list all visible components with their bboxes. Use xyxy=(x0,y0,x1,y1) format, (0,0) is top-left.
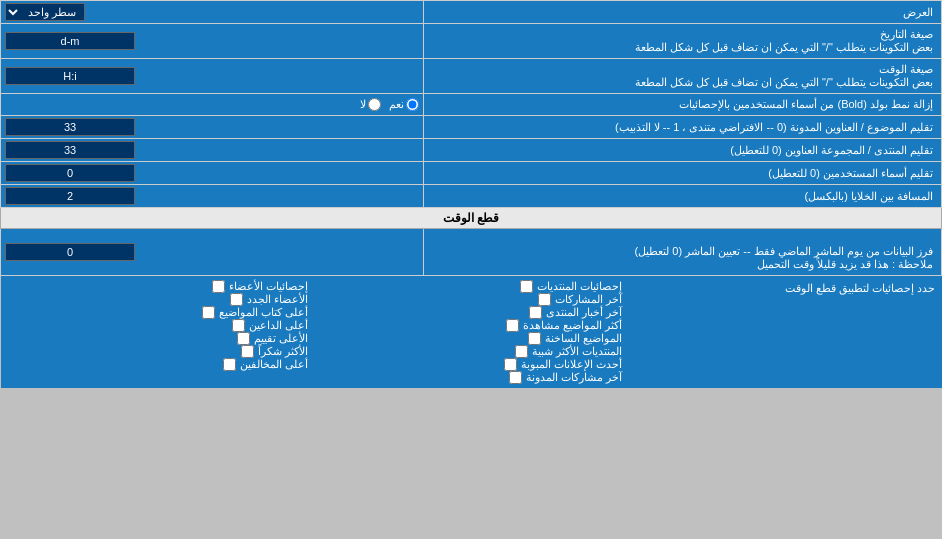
cb-most-viewed[interactable] xyxy=(506,319,519,332)
select-display[interactable]: سطر واحدسطرينثلاثة أسطر xyxy=(5,3,85,21)
cb-forum-stats-item[interactable]: إحصائيات المنتديات xyxy=(320,280,622,293)
label-trim-forum: تقليم المنتدى / المجموعة العناوين (0 للت… xyxy=(424,139,942,162)
label-trim-topic: تقليم الموضوع / العناوين المدونة (0 -- ا… xyxy=(424,116,942,139)
cb-most-thanked-item[interactable]: الأكثر شكراً xyxy=(6,345,308,358)
cb-top-inviters-item[interactable]: أعلى الداعين xyxy=(6,319,308,332)
cb-top-writers[interactable] xyxy=(202,306,215,319)
label-date-format: صيغة التاريخ بعض التكوينات يتطلب "/" الت… xyxy=(424,24,942,59)
trim-topic-input[interactable] xyxy=(5,118,135,136)
date-format-input[interactable] xyxy=(5,32,135,50)
label-cutoff-filter: فرز البيانات من يوم الماشر الماضي فقط --… xyxy=(424,229,942,276)
cb-most-viewed-item[interactable]: أكثر المواضيع مشاهدة xyxy=(320,319,622,332)
radio-no[interactable] xyxy=(368,98,381,111)
cb-top-rated[interactable] xyxy=(237,332,250,345)
cb-similar-forums[interactable] xyxy=(515,345,528,358)
input-date-format[interactable] xyxy=(1,24,424,59)
label-trim-users: تقليم أسماء المستخدمين (0 للتعطيل) xyxy=(424,162,942,185)
label-cell-spacing: المسافة بين الخلايا (بالبكسل) xyxy=(424,185,942,208)
input-trim-users[interactable] xyxy=(1,162,424,185)
trim-forum-input[interactable] xyxy=(5,141,135,159)
input-trim-topic[interactable] xyxy=(1,116,424,139)
trim-users-input[interactable] xyxy=(5,164,135,182)
cb-top-writers-item[interactable]: أعلى كتاب المواضيع xyxy=(6,306,308,319)
input-display[interactable]: سطر واحدسطرينثلاثة أسطر xyxy=(1,1,424,24)
radio-no-label[interactable]: لا xyxy=(360,98,381,111)
input-cell-spacing[interactable] xyxy=(1,185,424,208)
input-time-format[interactable] xyxy=(1,59,424,94)
cb-most-thanked[interactable] xyxy=(241,345,254,358)
cb-last-posts[interactable] xyxy=(538,293,551,306)
cb-forum-news-item[interactable]: آخر أخبار المنتدى xyxy=(320,306,622,319)
input-trim-forum[interactable] xyxy=(1,139,424,162)
cb-blog-posts[interactable] xyxy=(509,371,522,384)
cb-blog-posts-item[interactable]: آخر مشاركات المدونة xyxy=(320,371,622,384)
input-cutoff-filter[interactable] xyxy=(1,229,424,276)
cb-forum-stats[interactable] xyxy=(520,280,533,293)
cb-last-posts-item[interactable]: آخر المشاركات xyxy=(320,293,622,306)
cb-new-members-item[interactable]: الأعضاء الجدد xyxy=(6,293,308,306)
filter-apply-label: حدد إحصائيات لتطبيق قطع الوقت xyxy=(628,276,942,388)
cb-forum-news[interactable] xyxy=(529,306,542,319)
cb-hot-topics-item[interactable]: المواضيع الساخنة xyxy=(320,332,622,345)
radio-bold-remove[interactable]: نعم لا xyxy=(1,94,424,116)
cb-top-violators-item[interactable]: أعلى المخالفين xyxy=(6,358,308,371)
checkbox-col-forums: إحصائيات المنتديات آخر المشاركات آخر أخب… xyxy=(314,276,628,388)
time-format-input[interactable] xyxy=(5,67,135,85)
cb-top-violators[interactable] xyxy=(223,358,236,371)
cell-spacing-input[interactable] xyxy=(5,187,135,205)
cb-classifieds-item[interactable]: أحدث الإعلانات المبوبة xyxy=(320,358,622,371)
cb-top-inviters[interactable] xyxy=(232,319,245,332)
label-display: العرض xyxy=(424,1,942,24)
cb-classifieds[interactable] xyxy=(504,358,517,371)
checkbox-col-members: إحصائيات الأعضاء الأعضاء الجدد أعلى كتاب… xyxy=(0,276,314,388)
cb-member-stats-item[interactable]: إحصائيات الأعضاء xyxy=(6,280,308,293)
label-time-format: صيغة الوقت بعض التكوينات يتطلب "/" التي … xyxy=(424,59,942,94)
cb-new-members[interactable] xyxy=(230,293,243,306)
radio-yes[interactable] xyxy=(406,98,419,111)
label-bold-remove: إزالة نمط بولد (Bold) من أسماء المستخدمي… xyxy=(424,94,942,116)
cutoff-filter-input[interactable] xyxy=(5,243,135,261)
section-cutoff-header: قطع الوقت xyxy=(1,208,942,229)
cb-similar-forums-item[interactable]: المنتديات الأكثر شبية xyxy=(320,345,622,358)
radio-yes-label[interactable]: نعم xyxy=(389,98,419,111)
cb-member-stats[interactable] xyxy=(212,280,225,293)
cb-hot-topics[interactable] xyxy=(528,332,541,345)
cb-top-rated-item[interactable]: الأعلى تقييم xyxy=(6,332,308,345)
